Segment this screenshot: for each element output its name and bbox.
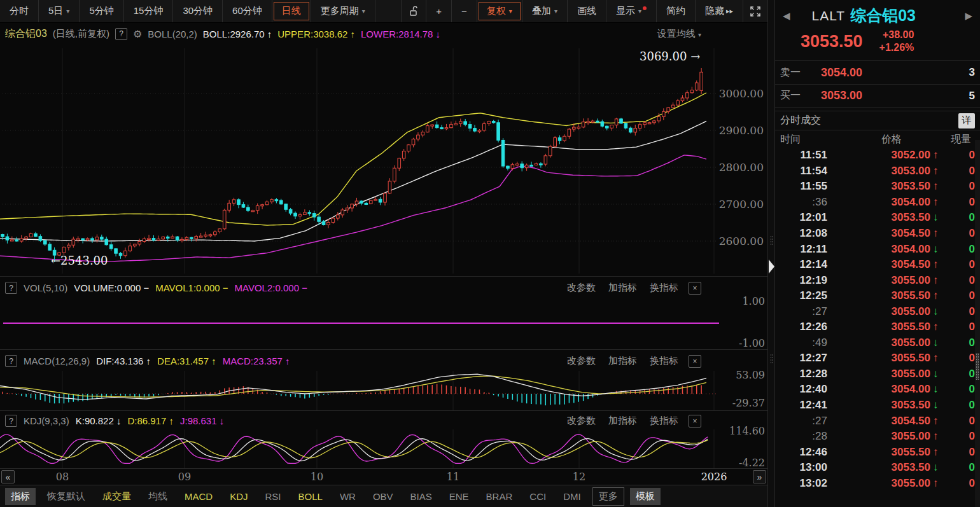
period-tab-60分钟[interactable]: 60分钟 [223,0,272,22]
prev-symbol-icon[interactable]: ◀ [779,10,794,22]
period-tab-5分钟[interactable]: 5分钟 [80,0,123,22]
trade-row[interactable]: :363054.00↑0 [775,195,980,211]
macd-chart[interactable] [0,371,767,410]
pane-button-加指标[interactable]: 加指标 [608,355,637,367]
trade-row[interactable]: 11:513052.00↑0 [775,148,980,163]
scrollbar-thumb[interactable] [976,353,979,380]
indicator-params-label[interactable]: BOLL(20,2) [148,29,197,39]
tab-BOLL[interactable]: BOLL [293,489,328,504]
trade-row[interactable]: 12:403054.00↓0 [775,382,980,398]
trade-row[interactable]: :273055.00↓0 [775,303,980,319]
vol-params-label[interactable]: VOL(5,10) [24,282,67,293]
close-pane-icon[interactable]: × [689,355,701,368]
tab-MACD[interactable]: MACD [179,489,218,504]
trade-row[interactable]: 12:013053.50↓0 [775,210,980,226]
pane-button-加指标[interactable]: 加指标 [608,282,637,294]
tab-均线[interactable]: 均线 [143,488,173,505]
scroll-left-button[interactable]: « [1,470,15,483]
pane-button-加指标[interactable]: 加指标 [608,415,637,427]
panel-splitter[interactable] [767,0,775,507]
trade-row[interactable]: 13:053054.50↓0 [775,491,980,494]
tick-scrollbar[interactable] [975,140,980,507]
trade-row[interactable]: 12:083054.50↑0 [775,226,980,242]
ma-settings-button[interactable]: 设置均线 ▾ [657,28,701,40]
candlestick-chart[interactable]: 3000.002900.002800.002700.002600.003069.… [0,45,767,276]
pane-button-换指标[interactable]: 换指标 [650,415,678,427]
ask-row[interactable]: 卖一 3054.00 3 [775,60,980,84]
overlay-button[interactable]: 叠加▾ [522,0,567,22]
period-tab-日线[interactable]: 日线 [272,0,311,22]
pane-button-换指标[interactable]: 换指标 [650,282,678,294]
zoom-in-button[interactable]: + [426,0,451,22]
volume-pane[interactable] [0,298,767,349]
tab-OBV[interactable]: OBV [367,489,399,504]
tab-模板[interactable]: 模板 [630,488,661,505]
trade-row[interactable]: 12:263055.50↑0 [775,319,980,335]
adjust-button[interactable]: 复权▾ [477,0,522,22]
trade-row[interactable]: 12:143054.50↑0 [775,257,980,273]
help-icon[interactable]: ? [5,415,17,427]
trade-time: 12:28 [780,368,831,380]
trade-row[interactable]: 12:253055.50↑0 [775,288,980,304]
tick-trade-list[interactable]: 11:513052.00↑011:543053.00↑011:553053.50… [775,148,980,494]
fullscreen-icon[interactable] [743,0,767,22]
close-pane-icon[interactable]: × [689,282,701,295]
period-tab-30分钟[interactable]: 30分钟 [173,0,222,22]
tab-恢复默认[interactable]: 恢复默认 [41,488,91,505]
period-tab-15分钟[interactable]: 15分钟 [124,0,173,22]
pane-button-改参数[interactable]: 改参数 [567,282,596,294]
tab-DMI[interactable]: DMI [557,489,587,504]
trade-row[interactable]: 12:193055.00↑0 [775,272,980,288]
trade-row[interactable]: 11:543053.00↑0 [775,163,980,179]
tab-RSI[interactable]: RSI [260,489,287,504]
trade-row[interactable]: 12:463055.50↑0 [775,444,980,460]
display-button[interactable]: 显示▾ [606,0,656,22]
collapse-arrow-icon[interactable] [769,260,774,274]
kdj-chart[interactable] [0,429,767,468]
gear-icon[interactable]: ⚙ [133,28,142,40]
detail-button[interactable]: 详 [958,113,975,128]
help-icon[interactable]: ? [115,28,127,40]
trade-row[interactable]: 12:413053.50↓0 [775,398,980,413]
tab-指标[interactable]: 指标 [5,488,36,505]
tab-BIAS[interactable]: BIAS [405,489,438,504]
trade-row[interactable]: 11:553053.50↑0 [775,179,980,195]
kdj-params-label[interactable]: KDJ(9,3,3) [24,415,69,426]
pane-button-换指标[interactable]: 换指标 [650,355,678,367]
tab-更多[interactable]: 更多 [592,487,624,506]
tab-WR[interactable]: WR [334,489,361,504]
close-pane-icon[interactable]: × [689,415,701,427]
simple-mode-button[interactable]: 简约 [657,0,695,22]
lock-open-icon[interactable] [402,0,426,22]
tab-KDJ[interactable]: KDJ [224,489,253,504]
hide-button[interactable]: 隐藏▸▸ [696,0,743,22]
boll-upper-value: UPPER:3038.62 ↑ [277,29,355,39]
trade-row[interactable]: 13:003053.50↓0 [775,460,980,476]
pane-button-改参数[interactable]: 改参数 [567,355,596,367]
tab-ENE[interactable]: ENE [444,489,475,504]
period-tab-分时[interactable]: 分时 [0,0,38,22]
help-icon[interactable]: ? [5,355,17,367]
trade-row[interactable]: 12:113054.00↓0 [775,241,980,257]
trade-row[interactable]: :493055.00↓0 [775,335,980,351]
trade-row[interactable]: 13:023055.00↑0 [775,475,980,491]
draw-line-button[interactable]: 画线 [568,0,606,22]
tab-CCI[interactable]: CCI [524,489,552,504]
period-tab-更多周期[interactable]: 更多周期▾ [311,0,375,22]
trade-row[interactable]: :283055.00↑0 [775,429,980,445]
next-symbol-icon[interactable]: ▶ [961,10,976,22]
trade-row[interactable]: :273054.50↑0 [775,413,980,429]
trade-price: 3053.00 [831,165,933,177]
period-tab-5日[interactable]: 5日▾ [39,0,79,22]
trade-row[interactable]: 12:283055.00↓0 [775,366,980,382]
pane-button-改参数[interactable]: 改参数 [567,415,596,427]
tab-成交量[interactable]: 成交量 [97,488,137,505]
bid-row[interactable]: 买一 3053.00 5 [775,84,980,108]
zoom-out-button[interactable]: − [452,0,477,22]
tab-BRAR[interactable]: BRAR [480,489,519,504]
trade-row[interactable]: 12:273055.50↑0 [775,351,980,366]
macd-params-label[interactable]: MACD(12,26,9) [24,356,90,366]
chart-mode-label: (日线,前复权) [53,28,109,40]
help-icon[interactable]: ? [5,282,17,294]
scroll-right-button[interactable]: » [753,470,766,483]
